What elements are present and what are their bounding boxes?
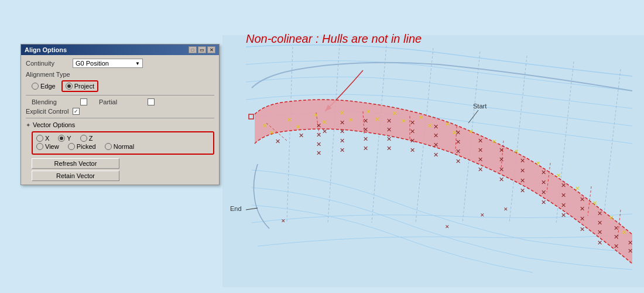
x-radio-button[interactable] <box>36 135 43 142</box>
refresh-vector-button[interactable]: Refresh Vector <box>32 158 119 169</box>
svg-text:✕: ✕ <box>322 119 327 125</box>
close-button[interactable]: ✕ <box>207 46 215 53</box>
continuity-value: G0 Position <box>76 60 109 67</box>
svg-text:✕: ✕ <box>499 176 504 183</box>
svg-text:✕: ✕ <box>614 233 619 240</box>
svg-text:✕: ✕ <box>296 124 300 130</box>
z-radio-button[interactable] <box>80 135 87 142</box>
svg-text:✕: ✕ <box>492 138 496 145</box>
svg-text:✕: ✕ <box>478 166 483 173</box>
blending-label: Blending <box>32 98 78 105</box>
svg-text:✕: ✕ <box>363 135 368 142</box>
vector-btn-row: Refresh Vector Retain Vector <box>32 158 214 181</box>
svg-text:✕: ✕ <box>561 192 566 199</box>
vector-options-label: Vector Options <box>33 121 75 128</box>
svg-text:✕: ✕ <box>520 187 525 194</box>
svg-text:✕: ✕ <box>262 122 267 129</box>
svg-text:✕: ✕ <box>556 172 561 179</box>
vector-icon: ✦ <box>26 122 30 128</box>
svg-text:✕: ✕ <box>478 137 483 144</box>
explicit-control-checkbox[interactable] <box>73 108 80 115</box>
svg-rect-0 <box>222 35 644 287</box>
svg-text:✕: ✕ <box>433 151 439 158</box>
svg-text:✕: ✕ <box>520 167 525 174</box>
svg-text:✕: ✕ <box>316 149 321 156</box>
view-radio-option[interactable]: View <box>36 143 59 150</box>
svg-text:✕: ✕ <box>316 122 321 129</box>
svg-text:✕: ✕ <box>340 119 345 126</box>
view-label: View <box>45 143 59 150</box>
y-radio-button[interactable] <box>58 135 65 142</box>
annotation-text: Non-colinear : Hulls are not in line <box>246 32 422 46</box>
svg-text:✕: ✕ <box>541 199 546 206</box>
divider-1 <box>26 95 214 96</box>
svg-text:✕: ✕ <box>410 119 415 126</box>
svg-text:✕: ✕ <box>614 243 619 250</box>
view-radio-button[interactable] <box>36 143 43 150</box>
y-label: Y <box>67 135 71 142</box>
svg-text:✕: ✕ <box>628 239 633 246</box>
svg-text:✕: ✕ <box>541 189 546 196</box>
svg-text:✕: ✕ <box>363 145 368 152</box>
svg-text:✕: ✕ <box>410 128 415 135</box>
x-radio-option[interactable]: X <box>36 135 49 142</box>
svg-text:✕: ✕ <box>561 182 566 189</box>
project-radio-button[interactable] <box>66 83 73 90</box>
y-radio-option[interactable]: Y <box>58 135 71 142</box>
picked-radio-button[interactable] <box>68 143 75 150</box>
dialog-titlebar: Align Options □ ▭ ✕ <box>21 45 219 55</box>
project-radio-highlight: Project <box>61 80 98 92</box>
svg-text:✕: ✕ <box>419 114 423 121</box>
svg-text:✕: ✕ <box>499 166 504 173</box>
svg-text:✕: ✕ <box>580 226 585 233</box>
svg-text:✕: ✕ <box>614 224 619 231</box>
svg-text:✕: ✕ <box>499 156 504 163</box>
edge-label: Edge <box>40 83 56 90</box>
svg-text:✕: ✕ <box>322 128 327 135</box>
dialog-title: Align Options <box>25 46 67 53</box>
continuity-label: Continuity <box>26 60 73 67</box>
svg-text:✕: ✕ <box>536 160 540 166</box>
svg-text:✕: ✕ <box>316 141 321 148</box>
blending-checkbox[interactable] <box>80 98 87 105</box>
partial-option: Partial <box>99 98 155 105</box>
svg-text:✕: ✕ <box>455 158 461 165</box>
normal-radio-option[interactable]: Normal <box>105 143 134 150</box>
svg-text:✕: ✕ <box>340 146 345 154</box>
svg-text:✕: ✕ <box>592 200 597 206</box>
edge-radio-option[interactable]: Edge <box>32 83 56 90</box>
alignment-type-label: Alignment Type <box>26 71 214 78</box>
svg-text:✕: ✕ <box>609 214 614 221</box>
svg-text:✕: ✕ <box>433 123 439 130</box>
alignment-type-row: Edge Project <box>32 80 214 92</box>
svg-text:✕: ✕ <box>478 146 483 154</box>
divider-2 <box>26 118 214 118</box>
svg-text:✕: ✕ <box>597 219 602 226</box>
z-radio-option[interactable]: Z <box>80 135 93 142</box>
restore-button[interactable]: □ <box>189 46 197 53</box>
svg-text:✕: ✕ <box>455 129 461 136</box>
svg-text:✕: ✕ <box>445 224 450 230</box>
minimize-button[interactable]: ▭ <box>198 46 206 53</box>
retain-vector-button[interactable]: Retain Vector <box>32 171 119 181</box>
project-radio-option[interactable]: Project <box>66 83 94 90</box>
svg-text:✕: ✕ <box>541 179 546 186</box>
svg-text:✕: ✕ <box>340 110 344 116</box>
continuity-dropdown[interactable]: G0 Position ▼ <box>73 59 143 68</box>
svg-text:✕: ✕ <box>478 156 483 163</box>
svg-text:✕: ✕ <box>287 117 292 123</box>
svg-text:✕: ✕ <box>386 135 392 142</box>
direction-row: View Picked Normal <box>36 143 210 150</box>
edge-radio-button[interactable] <box>32 83 39 90</box>
picked-radio-option[interactable]: Picked <box>68 143 96 150</box>
vector-section-header: ✦ Vector Options <box>26 121 214 128</box>
partial-checkbox[interactable] <box>148 98 155 105</box>
svg-text:✕: ✕ <box>313 112 318 118</box>
axis-row: X Y Z <box>36 135 210 142</box>
svg-text:✕: ✕ <box>520 157 525 164</box>
svg-text:✕: ✕ <box>480 212 485 218</box>
svg-text:✕: ✕ <box>622 229 626 236</box>
svg-text:✕: ✕ <box>455 138 461 145</box>
svg-text:✕: ✕ <box>366 108 371 115</box>
normal-radio-button[interactable] <box>105 143 112 150</box>
